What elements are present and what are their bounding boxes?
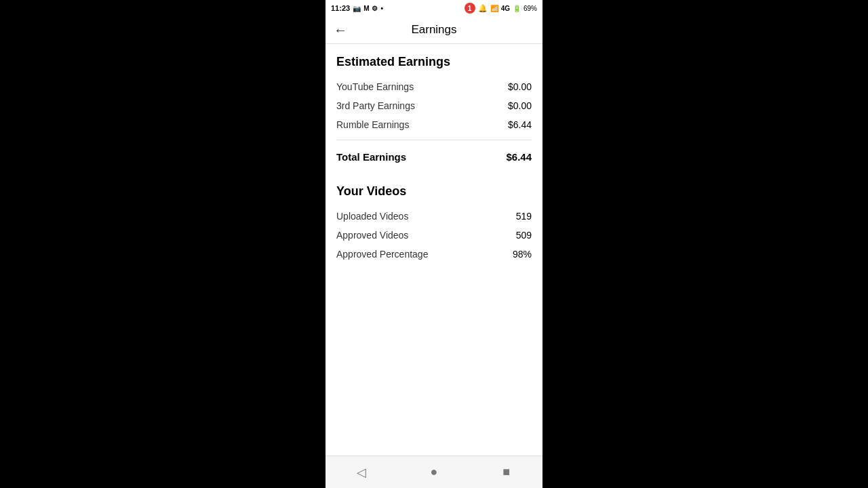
top-nav: ← Earnings xyxy=(326,16,542,44)
approved-percentage-value: 98% xyxy=(513,249,532,260)
approved-videos-label: Approved Videos xyxy=(336,230,408,241)
your-videos-title: Your Videos xyxy=(336,184,532,199)
rumble-earnings-value: $6.44 xyxy=(508,119,532,130)
battery-icon: 🔋 xyxy=(513,5,521,12)
approved-percentage-label: Approved Percentage xyxy=(336,249,428,260)
signal-icon: 📶 xyxy=(490,5,498,12)
bottom-nav: ◁ ● ■ xyxy=(326,455,542,488)
settings-icon: ⚙ xyxy=(372,5,378,12)
dot-icon: • xyxy=(380,5,383,12)
rumble-earnings-label: Rumble Earnings xyxy=(336,119,409,130)
total-earnings-row: Total Earnings $6.44 xyxy=(336,146,532,168)
notification-badge: 1 xyxy=(465,3,475,14)
left-panel xyxy=(0,0,326,488)
youtube-earnings-label: YouTube Earnings xyxy=(336,81,414,92)
uploaded-videos-label: Uploaded Videos xyxy=(336,211,408,222)
status-time: 11:23 xyxy=(331,4,350,12)
videos-list: Uploaded Videos 519 Approved Videos 509 … xyxy=(336,207,532,264)
back-button[interactable]: ← xyxy=(334,22,347,38)
m-icon: M xyxy=(363,5,369,12)
network-type: 4G xyxy=(501,5,510,12)
total-earnings-label: Total Earnings xyxy=(336,151,406,163)
estimated-earnings-section: Estimated Earnings YouTube Earnings $0.0… xyxy=(336,55,532,168)
youtube-earnings-row: YouTube Earnings $0.00 xyxy=(336,77,532,96)
rumble-earnings-row: Rumble Earnings $6.44 xyxy=(336,115,532,134)
page-title: Earnings xyxy=(411,23,456,37)
content-area: Estimated Earnings YouTube Earnings $0.0… xyxy=(326,44,542,455)
third-party-earnings-label: 3rd Party Earnings xyxy=(336,100,415,111)
earnings-divider xyxy=(336,140,532,140)
phone-screen: 11:23 📷 M ⚙ • 1 🔔 📶 4G 🔋 69% ← Earnings … xyxy=(326,0,542,488)
home-nav-button[interactable]: ● xyxy=(425,463,443,482)
estimated-earnings-title: Estimated Earnings xyxy=(336,55,532,69)
youtube-earnings-value: $0.00 xyxy=(508,81,532,92)
recent-nav-button[interactable]: ■ xyxy=(497,463,516,482)
third-party-earnings-value: $0.00 xyxy=(508,100,532,111)
approved-videos-row: Approved Videos 509 xyxy=(336,226,532,245)
status-bar: 11:23 📷 M ⚙ • 1 🔔 📶 4G 🔋 69% xyxy=(326,0,542,16)
total-earnings-value: $6.44 xyxy=(506,151,532,163)
camera-icon: 📷 xyxy=(353,5,361,12)
battery-percent: 69% xyxy=(524,5,537,12)
right-panel xyxy=(542,0,868,488)
status-bar-right: 1 🔔 📶 4G 🔋 69% xyxy=(465,3,537,14)
back-nav-button[interactable]: ◁ xyxy=(352,463,371,482)
approved-videos-value: 509 xyxy=(516,230,532,241)
status-bar-left: 11:23 📷 M ⚙ • xyxy=(331,4,383,12)
third-party-earnings-row: 3rd Party Earnings $0.00 xyxy=(336,96,532,115)
your-videos-section: Your Videos Uploaded Videos 519 Approved… xyxy=(336,184,532,264)
uploaded-videos-row: Uploaded Videos 519 xyxy=(336,207,532,226)
uploaded-videos-value: 519 xyxy=(516,211,532,222)
alarm-icon: 🔔 xyxy=(478,4,488,13)
approved-percentage-row: Approved Percentage 98% xyxy=(336,245,532,264)
